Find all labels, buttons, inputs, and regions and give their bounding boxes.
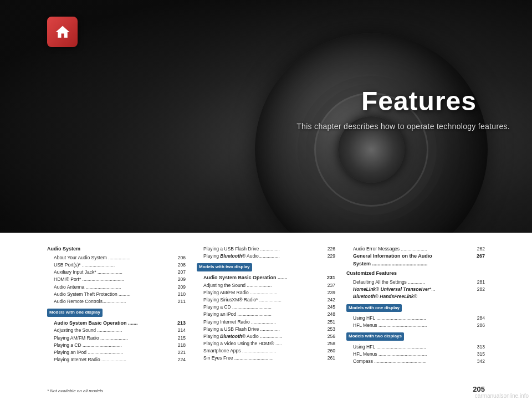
page-subtitle: This chapter describes how to operate te…	[296, 122, 510, 131]
badge-one-display: Models with one display	[47, 309, 103, 316]
column-3: Audio Error Messages ...................…	[346, 245, 485, 394]
list-item: HFL Menus ..............................…	[353, 351, 485, 358]
list-item: Playing a CD ...........................…	[203, 304, 335, 311]
list-item: HDMI® Port* ............................…	[54, 276, 186, 283]
home-button[interactable]	[47, 17, 78, 47]
list-item: Siri Eyes Free .........................…	[203, 355, 335, 362]
footnote: * Not available on all models	[47, 388, 103, 393]
badge-two-display: Models with two display	[197, 263, 252, 271]
list-item: Playing AM/FM Radio ....................…	[54, 335, 186, 342]
column-2: Playing a USB Flash Drive ..............…	[197, 245, 346, 394]
list-item: Playing Internet Radio .................…	[203, 319, 335, 326]
list-item: Adjusting the Sound ................... …	[54, 327, 186, 334]
list-item: Playing an iPod ........................…	[54, 349, 186, 356]
badge-two-displays-col3: Models with two displays	[346, 332, 404, 340]
list-item: HFL Menus ..............................…	[353, 322, 485, 329]
list-item: Playing a USB Flash Drive ..............…	[203, 326, 335, 333]
list-item: Audio System Basic Operation ....... 231	[203, 274, 335, 282]
list-item: Using HFL ..............................…	[353, 343, 485, 351]
list-item: Audio Remote Controls.................. …	[54, 298, 186, 305]
list-item: Playing a CD ...........................…	[54, 342, 186, 349]
list-item: About Your Audio System ................…	[54, 254, 186, 261]
content-area: Audio System About Your Audio System ...…	[0, 235, 532, 400]
list-item: Playing a USB Flash Drive ..............…	[203, 245, 335, 253]
list-item: Audio Antenna ..........................…	[54, 284, 186, 291]
list-item: Playing Internet Radio .................…	[54, 356, 186, 363]
list-item: Playing Bluetooth® Audio................…	[203, 253, 335, 260]
list-item: Audio System Theft Protection ......... …	[54, 291, 186, 298]
col3-customized-header: Customized Features	[346, 270, 485, 278]
list-item: Audio Error Messages ...................…	[353, 245, 485, 253]
list-item: Adjusting the Sound ................... …	[203, 282, 335, 289]
speaker-image	[255, 33, 488, 233]
list-item: Playing Bluetooth® Audio ...............…	[203, 333, 335, 340]
list-item: General Information on the AudioSystem .…	[353, 253, 485, 268]
list-item: Compass ................................…	[353, 358, 485, 365]
home-icon	[54, 24, 71, 40]
list-item: Bluetooth® HandsFreeLink®	[353, 293, 485, 300]
list-item: Using HFL ..............................…	[353, 315, 485, 322]
list-item: USB Port(s)* ......................... 2…	[54, 261, 186, 269]
list-item: HomeLink® Universal Transceiver*... 282	[353, 286, 485, 293]
page-title: Features	[361, 86, 477, 116]
badge-one-display-col3: Models with one display	[346, 304, 402, 312]
column-1: Audio System About Your Audio System ...…	[47, 245, 197, 394]
list-item: Playing a Video Using the HDMI® ..... 25…	[203, 340, 335, 347]
list-item: Audio System Basic Operation ....... 213	[54, 320, 186, 327]
watermark: carmanualsonline.info	[472, 392, 532, 400]
list-item: Playing SiriusXM® Radio* ...............…	[203, 296, 335, 304]
list-item: Playing an iPod ........................…	[203, 311, 335, 318]
list-item: Auxiliary Input Jack* ..................…	[54, 269, 186, 276]
hero-section: Features This chapter describes how to o…	[0, 0, 532, 233]
list-item: Playing AM/FM Radio ....................…	[203, 289, 335, 296]
col1-header: Audio System	[47, 245, 186, 253]
list-item: Smartphone Apps ........................…	[203, 347, 335, 355]
list-item: Defaulting All the Settings ............…	[353, 279, 485, 286]
